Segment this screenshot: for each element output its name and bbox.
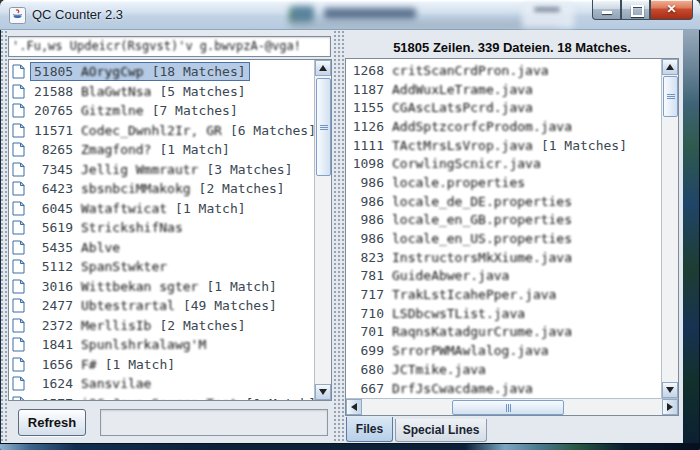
line-list-item[interactable]: 667 DrfJsCwacdame.java [346, 379, 661, 398]
scroll-down-button[interactable] [315, 384, 331, 400]
line-file-name: CGAscLatsPcrd.java [392, 101, 533, 114]
line-list-item[interactable]: 1126 AddSptzcorfcProdom.java [346, 117, 661, 136]
maximize-icon [631, 5, 644, 17]
filter-input[interactable]: '.Fu,ws Updeicr(Rsgvst)'v g.bwvpzA-@vga! [8, 36, 331, 57]
line-count: 667 [352, 382, 384, 395]
line-list-item[interactable]: 1111 TActMrsLsVrop.java [1 Matches] [346, 136, 661, 155]
file-name: Zmagfond? [81, 143, 151, 156]
file-name: SpanStwkter [81, 260, 167, 273]
file-cell: 1656 F# [1 Match] [30, 355, 179, 374]
arrow-right-icon [667, 403, 673, 411]
tab[interactable]: Special Lines [395, 419, 487, 442]
arrow-up-icon [319, 65, 327, 71]
file-name: F# [81, 358, 97, 371]
refresh-button[interactable]: Refresh [18, 409, 86, 436]
file-match-count: [1 Match] [246, 397, 314, 400]
scroll-up-button[interactable] [662, 59, 678, 75]
file-list-item[interactable]: 3016 Wittbekan sgter [1 Match] [9, 277, 314, 297]
file-list-item[interactable]: 2372 MerllisIb [2 Matches] [9, 316, 314, 336]
file-line-count: 11571 [34, 124, 73, 137]
minimize-button[interactable] [592, 0, 621, 20]
line-list-item[interactable]: 680 JCTmike.java [346, 360, 661, 379]
file-icon [12, 357, 25, 372]
file-name: Ubtestrartal [81, 299, 175, 312]
file-list-item[interactable]: 11571 Codec_Dwnhl2Ir, GR [6 Matches] [9, 121, 314, 141]
line-list-item[interactable]: 986 locale_en_US.properties [346, 229, 661, 248]
scrollbar-thumb[interactable] [316, 78, 331, 176]
file-icon [12, 142, 25, 157]
file-list-item[interactable]: 2477 Ubtestrartal [49 Matches] [9, 296, 314, 316]
file-list-item[interactable]: 51805 AOrygCwp [18 Matches] [9, 62, 314, 82]
scroll-left-button[interactable] [346, 399, 362, 415]
file-list-vertical-scrollbar[interactable] [314, 60, 331, 400]
line-list-item[interactable]: 986 locale.properties [346, 173, 661, 192]
line-file-name: LSDbcwsTList.java [392, 307, 525, 320]
line-list-item[interactable]: 986 locale_de_DE.properties [346, 192, 661, 211]
file-match-count: [1 Match] [175, 202, 245, 215]
line-list-item[interactable]: 1155 CGAscLatsPcrd.java [346, 98, 661, 117]
file-line-count: 1577 [34, 397, 73, 400]
file-list-item[interactable]: 5435 Ablve [9, 238, 314, 258]
file-list-item[interactable]: 21588 BlaGwtNsa [5 Matches] [9, 82, 314, 102]
file-list: 51805 AOrygCwp [18 Matches] [9, 60, 314, 400]
file-list-item[interactable]: 6045 Wataftwicat [1 Match] [9, 199, 314, 219]
line-list-item[interactable]: 1187 AddWuxLeTrame.java [346, 80, 661, 99]
line-list-item[interactable]: 710 LSDbcwsTList.java [346, 304, 661, 323]
scroll-up-button[interactable] [315, 60, 331, 76]
line-file-name: CorwlingScnicr.java [392, 157, 541, 170]
file-list-item[interactable]: 1624 Sansvilae [9, 374, 314, 394]
scrollbar-thumb[interactable] [663, 76, 678, 117]
file-list-item[interactable]: 1577 iQC Java Source Test [1 Match] [9, 394, 314, 401]
line-count: 986 [352, 176, 384, 189]
file-icon [12, 240, 25, 255]
file-list-item[interactable]: 1656 F# [1 Match] [9, 355, 314, 375]
file-list-item[interactable]: 8265 Zmagfond? [1 Match] [9, 140, 314, 160]
line-list-item[interactable]: 823 InstructorsMkXiume.java [346, 248, 661, 267]
file-match-count: [2 Matches] [199, 182, 285, 195]
line-list-item[interactable]: 986 locale_en_GB.properties [346, 211, 661, 230]
file-line-count: 2477 [34, 299, 73, 312]
split-pane-divider[interactable] [333, 30, 345, 443]
title-bar[interactable]: QC Counter 2.3 ✕ [0, 0, 700, 30]
aero-border-bottom [0, 443, 700, 450]
file-match-count: [1 Match] [159, 143, 229, 156]
scroll-down-button[interactable] [662, 382, 678, 398]
file-list-item[interactable]: 20765 Gitzmlne [7 Matches] [9, 101, 314, 121]
arrow-down-icon [666, 387, 674, 393]
file-icon [12, 337, 25, 352]
line-list-item[interactable]: 781 GuideAbwer.java [346, 267, 661, 286]
file-icon [12, 201, 25, 216]
aero-glass-small-text-blob [534, 7, 560, 12]
file-cell: 5435 Ablve [30, 238, 132, 257]
arrow-up-icon [666, 64, 674, 70]
file-icon [12, 123, 25, 138]
file-name: sbsnbciMMakokg [81, 182, 191, 195]
file-cell: 3016 Wittbekan sgter [1 Match] [30, 277, 281, 296]
file-list-item[interactable]: 5619 StrickshifNas [9, 218, 314, 238]
file-list-item[interactable]: 1841 Spunlshrkalawg'M [9, 335, 314, 355]
status-field[interactable] [100, 409, 328, 436]
line-list-item[interactable]: 1098 CorwlingScnicr.java [346, 154, 661, 173]
line-list-item[interactable]: 1268 critScanCrdPron.java [346, 61, 661, 80]
maximize-button[interactable] [621, 0, 650, 20]
scrollbar-thumb[interactable] [452, 400, 564, 415]
file-line-count: 7345 [34, 163, 73, 176]
file-list-item[interactable]: 6423 sbsnbciMMakokg [2 Matches] [9, 179, 314, 199]
tab[interactable]: Files [346, 417, 393, 442]
line-list-horizontal-scrollbar[interactable] [346, 398, 678, 415]
file-cell: 8265 Zmagfond? [1 Match] [30, 140, 234, 159]
line-list-vertical-scrollbar[interactable] [661, 59, 678, 398]
line-count: 1098 [352, 157, 384, 170]
close-button[interactable]: ✕ [650, 0, 693, 20]
line-list-item[interactable]: 717 TrakLstIcahePper.java [346, 285, 661, 304]
file-cell: 2477 Ubtestrartal [49 Matches] [30, 296, 281, 315]
file-list-item[interactable]: 5112 SpanStwkter [9, 257, 314, 277]
line-list-item[interactable]: 699 SrrorPWMAwlalog.java [346, 341, 661, 360]
line-file-name: DrfJsCwacdame.java [392, 382, 533, 395]
aero-border-right [682, 30, 700, 443]
scroll-right-button[interactable] [662, 399, 678, 415]
filter-text: '.Fu,ws Updeicr(Rsgvst)'v g.bwvpzA-@vga! [12, 39, 301, 53]
aero-glass-text-blob [324, 8, 416, 19]
line-list-item[interactable]: 701 RaqnsKatadgurCrume.java [346, 323, 661, 342]
file-list-item[interactable]: 7345 Jellig Wmmrautr [3 Matches] [9, 160, 314, 180]
